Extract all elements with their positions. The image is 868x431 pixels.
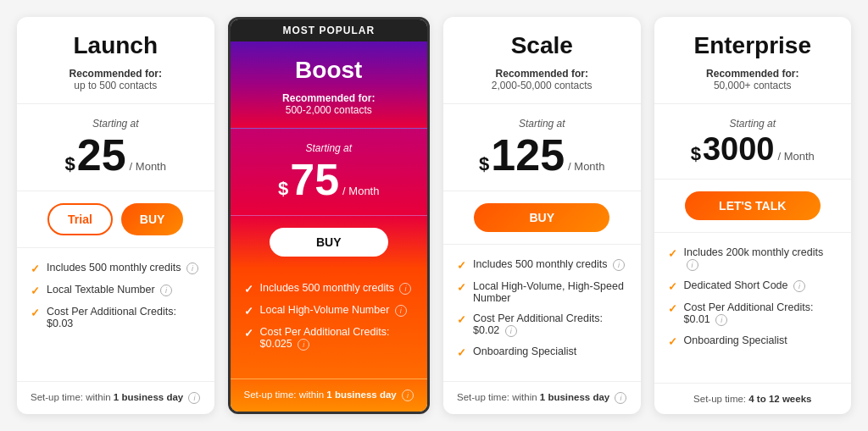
info-icon[interactable]: i bbox=[395, 305, 407, 317]
price-row-scale: $ 125 / Month bbox=[457, 133, 627, 177]
feature-item: ✓ Dedicated Short Code i bbox=[668, 279, 838, 293]
plan-footer-boost: Set-up time: within 1 business day i bbox=[231, 379, 428, 412]
plan-card-boost: MOST POPULAR Boost Recommended for: 500-… bbox=[228, 17, 431, 414]
feature-item: ✓ Includes 200k monthly credits i bbox=[668, 246, 838, 271]
check-icon: ✓ bbox=[668, 280, 677, 293]
info-icon[interactable]: i bbox=[715, 314, 727, 326]
plan-actions-scale: BUY bbox=[443, 191, 641, 245]
feature-text: Includes 500 monthly credits i bbox=[260, 282, 412, 295]
info-icon[interactable]: i bbox=[505, 325, 517, 337]
plan-card-enterprise: Enterprise Recommended for: 50,000+ cont… bbox=[654, 17, 852, 414]
feature-item: ✓ Local High-Volume, High-Speed Number bbox=[457, 280, 627, 304]
price-row-boost: $ 75 / Month bbox=[244, 157, 415, 202]
plan-features-enterprise: ✓ Includes 200k monthly credits i ✓ Dedi… bbox=[654, 233, 852, 383]
plan-pricing-launch: Starting at $ 25 / Month bbox=[17, 104, 214, 191]
buy-button-launch[interactable]: BUY bbox=[121, 203, 184, 235]
plan-name-boost: Boost bbox=[244, 57, 415, 84]
info-icon[interactable]: i bbox=[793, 280, 805, 292]
price-period-boost: / Month bbox=[342, 185, 379, 197]
recommended-contacts-launch: up to 500 contacts bbox=[31, 80, 201, 91]
info-icon[interactable]: i bbox=[160, 285, 172, 296]
feature-text: Cost Per Additional Credits: $0.02 i bbox=[473, 312, 627, 337]
feature-text: Includes 200k monthly credits i bbox=[684, 246, 838, 271]
price-period-scale: / Month bbox=[568, 160, 604, 173]
price-row-enterprise: $ 3000 / Month bbox=[668, 133, 838, 165]
info-icon[interactable]: i bbox=[298, 339, 309, 351]
info-icon[interactable]: i bbox=[687, 259, 698, 271]
recommended-label-launch: Recommended for: bbox=[31, 68, 201, 80]
feature-text: Local Textable Number i bbox=[47, 284, 172, 296]
recommended-label-scale: Recommended for: bbox=[457, 68, 627, 80]
feature-text: Cost Per Additional Credits: $0.025 i bbox=[260, 326, 415, 351]
price-dollar-enterprise: $ bbox=[691, 143, 701, 165]
check-icon: ✓ bbox=[668, 335, 677, 348]
plan-features-scale: ✓ Includes 500 monthly credits i ✓ Local… bbox=[443, 245, 641, 381]
price-dollar-boost: $ bbox=[278, 178, 288, 200]
info-icon-footer-boost[interactable]: i bbox=[402, 390, 414, 401]
info-icon[interactable]: i bbox=[399, 283, 411, 295]
recommended-contacts-scale: 2,000-50,000 contacts bbox=[457, 80, 627, 91]
recommended-contacts-boost: 500-2,000 contacts bbox=[244, 104, 415, 116]
plan-actions-enterprise: LET'S TALK bbox=[654, 180, 852, 233]
plan-footer-enterprise: Set-up time: 4 to 12 weeks bbox=[654, 383, 852, 414]
most-popular-banner: MOST POPULAR bbox=[231, 19, 428, 41]
plan-card-scale: Scale Recommended for: 2,000-50,000 cont… bbox=[443, 17, 641, 414]
feature-item: ✓ Cost Per Additional Credits: $0.01 i bbox=[668, 301, 838, 326]
plan-pricing-scale: Starting at $ 125 / Month bbox=[443, 104, 641, 191]
plan-actions-launch: Trial BUY bbox=[17, 191, 214, 248]
trial-button-launch[interactable]: Trial bbox=[47, 203, 113, 235]
starting-at-scale: Starting at bbox=[457, 118, 627, 130]
feature-item: ✓ Onboarding Specialist bbox=[457, 345, 627, 359]
setup-time-launch: 1 business day bbox=[114, 392, 183, 402]
plan-name-launch: Launch bbox=[31, 32, 201, 59]
plan-actions-boost: BUY bbox=[231, 216, 428, 268]
check-icon: ✓ bbox=[457, 313, 466, 326]
feature-text: Local High-Volume Number i bbox=[260, 304, 407, 317]
letstalk-button-enterprise[interactable]: LET'S TALK bbox=[685, 191, 821, 220]
price-period-enterprise: / Month bbox=[777, 150, 814, 163]
feature-text: Includes 500 monthly credits i bbox=[473, 258, 625, 271]
feature-text: Includes 500 monthly credits i bbox=[47, 262, 198, 274]
price-dollar-scale: $ bbox=[479, 153, 489, 175]
check-icon: ✓ bbox=[31, 262, 40, 275]
recommended-label-enterprise: Recommended for: bbox=[668, 68, 838, 80]
starting-at-enterprise: Starting at bbox=[668, 118, 838, 130]
starting-at-launch: Starting at bbox=[31, 118, 201, 130]
check-icon: ✓ bbox=[457, 281, 466, 294]
feature-text: Onboarding Specialist bbox=[684, 334, 787, 346]
check-icon: ✓ bbox=[668, 247, 677, 260]
plan-header-launch: Launch Recommended for: up to 500 contac… bbox=[17, 17, 214, 104]
info-icon[interactable]: i bbox=[186, 262, 198, 274]
plan-header-scale: Scale Recommended for: 2,000-50,000 cont… bbox=[443, 17, 641, 104]
info-icon-footer[interactable]: i bbox=[188, 392, 200, 404]
plan-name-enterprise: Enterprise bbox=[668, 32, 838, 59]
price-dollar-launch: $ bbox=[65, 153, 75, 175]
check-icon: ✓ bbox=[31, 307, 40, 319]
check-icon: ✓ bbox=[668, 302, 677, 315]
info-icon[interactable]: i bbox=[613, 259, 625, 271]
feature-text: Local High-Volume, High-Speed Number bbox=[473, 280, 627, 304]
feature-text: Dedicated Short Code i bbox=[684, 279, 805, 292]
plan-footer-launch: Set-up time: within 1 business day i bbox=[17, 381, 214, 414]
check-icon: ✓ bbox=[244, 327, 253, 340]
buy-button-scale[interactable]: BUY bbox=[474, 203, 609, 232]
recommended-contacts-enterprise: 50,000+ contacts bbox=[668, 80, 838, 91]
info-icon-footer-scale[interactable]: i bbox=[615, 392, 626, 404]
setup-time-enterprise: 4 to 12 weeks bbox=[748, 394, 811, 404]
starting-at-boost: Starting at bbox=[244, 142, 415, 154]
check-icon: ✓ bbox=[244, 283, 253, 296]
plan-pricing-enterprise: Starting at $ 3000 / Month bbox=[654, 104, 852, 180]
feature-item: ✓ Cost Per Additional Credits: $0.02 i bbox=[457, 312, 627, 337]
check-icon: ✓ bbox=[244, 305, 253, 318]
feature-item: ✓ Includes 500 monthly credits i bbox=[31, 262, 201, 275]
plan-header-boost: Boost Recommended for: 500-2,000 contact… bbox=[231, 41, 428, 129]
plan-name-scale: Scale bbox=[457, 32, 627, 59]
feature-item: ✓ Includes 500 monthly credits i bbox=[457, 258, 627, 272]
check-icon: ✓ bbox=[457, 346, 466, 359]
setup-time-scale: 1 business day bbox=[540, 392, 609, 402]
plan-features-launch: ✓ Includes 500 monthly credits i ✓ Local… bbox=[17, 248, 214, 381]
buy-button-boost[interactable]: BUY bbox=[270, 228, 388, 257]
plan-header-enterprise: Enterprise Recommended for: 50,000+ cont… bbox=[654, 17, 852, 104]
feature-item: ✓ Local Textable Number i bbox=[31, 284, 201, 297]
feature-text: Cost Per Additional Credits: $0.01 i bbox=[684, 301, 838, 326]
